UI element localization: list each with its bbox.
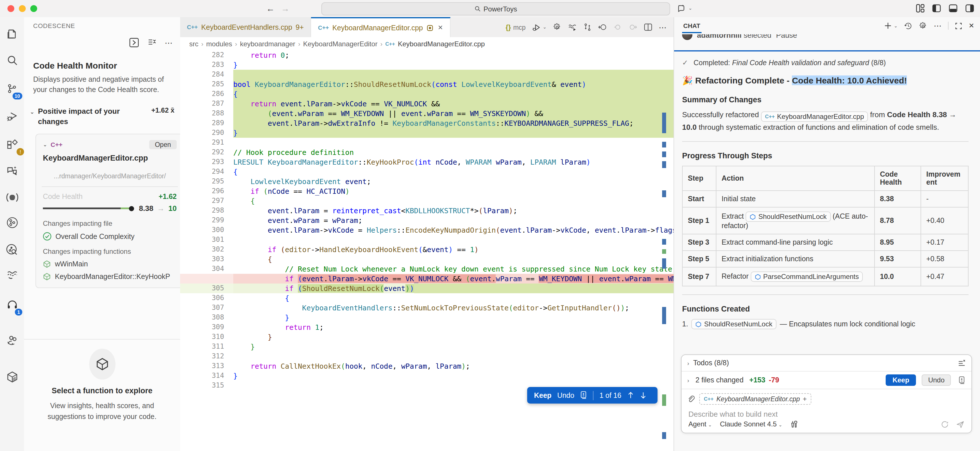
breadcrumb-item[interactable]: KeyboardManagerEditor [303, 40, 377, 48]
attached-file-chip[interactable]: C++ KeyboardManagerEditor.cpp + [699, 393, 811, 405]
breadcrumb[interactable]: src› modules› keyboardmanager› KeyboardM… [180, 37, 673, 50]
more-actions-icon[interactable]: ⋯ [165, 38, 173, 47]
code-line[interactable]: 310 } [180, 332, 673, 342]
nav-back-icon[interactable]: ← [265, 3, 275, 13]
keep-button[interactable]: Keep [886, 375, 916, 386]
code-line[interactable]: 283} [180, 60, 673, 70]
code-line[interactable]: 298 event.lParam = reinterpret_cast<KBDL… [180, 206, 673, 216]
previous-arrow-icon[interactable] [627, 392, 634, 399]
send-later-icon[interactable] [940, 420, 949, 429]
next-change-icon[interactable] [628, 23, 638, 32]
tab-keyboardmanagereditor[interactable]: C++ KeyboardManagerEditor.cpp ✕ [311, 17, 450, 38]
code-line[interactable]: 299 event.wParam = wParam; [180, 216, 673, 225]
model-dropdown[interactable]: Claude Sonnet 4.5⌄ [720, 420, 782, 428]
breadcrumb-item[interactable]: modules [206, 40, 232, 48]
customize-layout-icon[interactable] [916, 4, 924, 13]
code-line[interactable]: 293LRESULT KeyboardManagerEditor::KeyHoo… [180, 157, 673, 167]
code-line[interactable]: 313 return CallNextHookEx(hook, nCode, w… [180, 361, 673, 371]
code-line[interactable]: 282 return 0; [180, 50, 673, 60]
history-icon[interactable] [904, 21, 913, 30]
code-line[interactable]: 308 } [180, 313, 673, 322]
code-line[interactable]: 301 [180, 235, 673, 245]
minimize-window-button[interactable] [19, 5, 26, 12]
code-line[interactable]: 307 KeyboardEventHandlers::SetNumLockToP… [180, 303, 673, 313]
code-line[interactable]: 295 LowlevelKeyboardEvent event; [180, 176, 673, 186]
function-chip[interactable]: ShouldResetNumLock [692, 319, 776, 329]
add-context-icon[interactable]: + [803, 395, 807, 403]
undo-button[interactable]: Undo [557, 391, 574, 399]
overview-ruler[interactable] [662, 50, 667, 451]
previous-change-icon[interactable] [614, 23, 622, 32]
undo-button[interactable]: Undo [922, 375, 951, 386]
run-below-icon[interactable] [568, 23, 577, 31]
code-line[interactable]: 288 (event.wParam == WM_KEYDOWN || event… [180, 109, 673, 118]
breadcrumb-item[interactable]: keyboardmanager [240, 40, 295, 48]
code-health-slider[interactable] [43, 208, 134, 209]
extensions-icon[interactable]: ! [0, 135, 24, 154]
collapse-all-icon[interactable] [147, 38, 157, 47]
close-panel-icon[interactable]: ✕ [969, 22, 974, 30]
run-debug-icon[interactable] [0, 106, 24, 126]
support-headset-icon[interactable]: 1 [0, 295, 24, 314]
codescene-explore-icon[interactable] [0, 240, 24, 259]
more-actions-icon[interactable]: ⋯ [659, 22, 667, 32]
maximize-panel-icon[interactable] [955, 22, 962, 29]
code-line[interactable]: 291 [180, 138, 673, 148]
copilot-chat-icon[interactable] [0, 187, 24, 207]
close-tab-icon[interactable]: ✕ [438, 24, 443, 32]
code-line[interactable]: if (event.lParam->vkCode == VK_NUMLOCK &… [180, 274, 673, 284]
function-chip[interactable]: ShouldResetNumLock [746, 211, 831, 222]
code-line[interactable]: 303 { [180, 254, 673, 264]
code-line[interactable]: 292// Hook procedure definition [180, 148, 673, 157]
code-line[interactable]: 302 if (editor->HandleKeyboardHookEvent(… [180, 245, 673, 254]
clear-todos-button[interactable] [958, 359, 966, 367]
breadcrumb-file[interactable]: KeyboardManagerEditor.cpp [398, 40, 485, 48]
code-line[interactable]: 296 if (nCode == HC_ACTION) [180, 186, 673, 196]
search-view-icon[interactable] [0, 50, 24, 70]
diff-file-icon[interactable] [958, 376, 966, 384]
tab-chat[interactable]: CHAT [682, 18, 701, 33]
waves-icon[interactable] [0, 265, 24, 285]
command-center-search[interactable]: PowerToys [321, 2, 670, 16]
code-line[interactable]: 304 // Reset Num Lock whenever a NumLock… [180, 264, 673, 274]
fn-impact-item[interactable]: KeyboardManagerEditor::KeyHookP [43, 273, 177, 281]
chat-sparkle-icon[interactable] [0, 161, 24, 181]
file-impact-item[interactable]: Overall Code Complexity [43, 232, 177, 241]
code-line[interactable]: 305 if (ShouldResetNumLock(event)) [180, 284, 673, 293]
send-icon[interactable] [956, 420, 964, 429]
file-chip[interactable]: C++KeyboardManagerEditor.cpp [761, 111, 868, 122]
code-line[interactable]: 306 { [180, 293, 673, 303]
zoom-window-button[interactable] [30, 5, 37, 12]
mcp-indicator[interactable]: {}mcp [506, 23, 525, 31]
settings-gear-icon[interactable] [919, 21, 928, 30]
code-line[interactable]: 294{ [180, 167, 673, 176]
account-sync-icon[interactable] [0, 330, 24, 350]
more-actions-icon[interactable]: ⋯ [934, 21, 942, 30]
toggle-primary-sidebar-icon[interactable] [932, 4, 941, 13]
todos-row[interactable]: › Todos (8/8) [681, 355, 971, 372]
breadcrumb-item[interactable]: src [189, 40, 199, 48]
paperclip-icon[interactable] [687, 395, 695, 403]
code-line[interactable]: 311 } [180, 342, 673, 351]
copilot-menu-button[interactable]: ⌄ [677, 4, 692, 13]
discard-back-icon[interactable] [598, 23, 607, 32]
agent-mode-dropdown[interactable]: Agent⌄ [689, 420, 712, 428]
tools-icon[interactable] [790, 420, 798, 428]
split-editor-icon[interactable] [644, 23, 652, 32]
compare-changes-icon[interactable] [583, 23, 592, 32]
code-line[interactable]: 284 [180, 70, 673, 79]
code-line[interactable]: 309 return 1; [180, 322, 673, 332]
diff-file-icon[interactable] [580, 391, 587, 400]
keep-button[interactable]: Keep [534, 391, 552, 399]
debug-run-button[interactable]: ⌄ [532, 22, 547, 32]
tab-keyboardeventhandlers[interactable]: C++ KeyboardEventHandlers.cpp 9+ [180, 17, 311, 37]
package-icon[interactable] [0, 367, 24, 386]
toggle-secondary-sidebar-icon[interactable] [965, 4, 974, 13]
open-file-button[interactable]: Open [149, 140, 177, 149]
source-control-icon[interactable]: 10 [0, 79, 24, 98]
files-changed-row[interactable]: › 2 files changed +153 -79 Keep Undo [681, 372, 971, 389]
new-chat-button[interactable]: ⌄ [884, 22, 897, 30]
toggle-panel-icon[interactable] [948, 4, 958, 13]
positive-impact-section-header[interactable]: ⌄ Positive impact of your changes +1.62 … [30, 106, 174, 127]
fn-impact-item[interactable]: wWinMain [43, 260, 177, 268]
